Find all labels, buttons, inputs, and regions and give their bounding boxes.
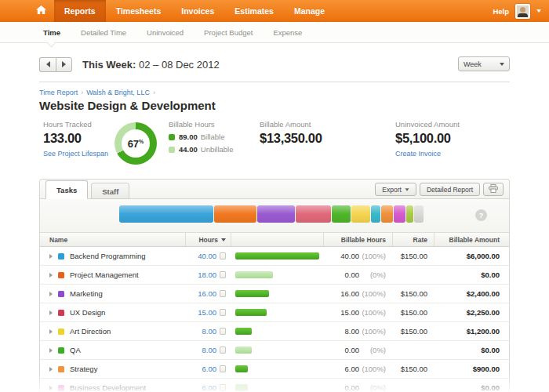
hours-link[interactable]: 6.00 <box>202 383 217 392</box>
subnav-item-uninvoiced[interactable]: Uninvoiced <box>147 28 184 37</box>
next-week-button[interactable] <box>56 57 72 72</box>
task-name: Business Development <box>70 383 146 392</box>
hours-link[interactable]: 40.00 <box>198 252 216 260</box>
billable-hours-label: Billable Hours <box>169 120 234 129</box>
breadcrumb-time-report[interactable]: Time Report <box>39 89 78 96</box>
billable-hours-cell: 15.00(100%) <box>323 303 392 321</box>
expand-caret-icon[interactable] <box>49 254 53 259</box>
subnav-item-time[interactable]: Time <box>43 28 60 37</box>
bar-segment-backend-programming[interactable] <box>119 205 213 223</box>
bar-segment-marketing[interactable] <box>257 205 295 223</box>
rate-cell: $150.00 <box>392 247 434 265</box>
billable-hours-value: 0.00 <box>345 383 360 392</box>
legend-row: 44.00Unbillable <box>169 145 234 154</box>
hours-bar-cell <box>231 341 323 359</box>
subnav-items: TimeDetailed TimeUninvoicedProject Budge… <box>43 28 322 37</box>
hours-bar <box>235 384 248 391</box>
uninvoiced-amount-value: $5,100.00 <box>395 131 460 146</box>
billable-percent: (0%) <box>359 346 386 354</box>
hours-bar-cell <box>231 360 323 378</box>
expand-caret-icon[interactable] <box>49 310 53 315</box>
timeframe-dropdown[interactable]: Week <box>458 56 510 71</box>
expand-caret-icon[interactable] <box>49 386 53 390</box>
subnav-item-project-budget[interactable]: Project Budget <box>204 28 253 37</box>
bar-segment-other-2[interactable] <box>406 205 413 223</box>
bar-segment-business-development[interactable] <box>394 205 405 223</box>
top-nav-item-reports[interactable]: Reports <box>54 0 106 22</box>
expand-caret-icon[interactable] <box>49 273 53 278</box>
hours-cell: 18.00 <box>185 266 231 284</box>
bar-segment-other-1[interactable] <box>371 205 380 223</box>
column-header-name[interactable]: Name <box>40 233 185 246</box>
hours-link[interactable]: 6.00 <box>202 365 217 373</box>
previous-week-button[interactable] <box>39 57 56 72</box>
task-name: Project Management <box>70 270 139 279</box>
rate-cell: $150.00 <box>392 303 434 321</box>
bar-segment-other-3[interactable] <box>414 205 424 223</box>
billable-percent: (100%) <box>359 308 386 317</box>
export-button[interactable]: Export <box>375 183 416 196</box>
task-color-swatch <box>58 366 64 372</box>
hours-bar-cell <box>231 285 323 303</box>
column-header-bar <box>231 233 323 246</box>
subnav-item-detailed-time[interactable]: Detailed Time <box>81 28 126 37</box>
note-icon <box>220 309 226 316</box>
note-icon <box>220 347 226 354</box>
hours-link[interactable]: 16.00 <box>198 289 216 298</box>
legend-swatch <box>169 147 175 153</box>
see-project-lifespan-link[interactable]: See Project Lifespan <box>43 150 108 158</box>
bar-segment-qa[interactable] <box>332 205 351 223</box>
hours-tracked-value: 133.00 <box>43 131 108 146</box>
hours-bar <box>235 290 269 297</box>
billable-percent: (100%) <box>359 289 386 298</box>
help-link[interactable]: Help <box>493 7 509 16</box>
hours-link[interactable]: 8.00 <box>202 327 217 336</box>
column-header-rate[interactable]: Rate <box>392 233 434 246</box>
help-icon[interactable]: ? <box>475 209 487 221</box>
print-button[interactable] <box>483 183 504 196</box>
tab-staff[interactable]: Staff <box>91 183 129 199</box>
hours-cell: 40.00 <box>185 247 231 265</box>
hours-tracked-block: Hours Tracked 133.00 See Project Lifespa… <box>43 120 108 158</box>
column-header-billable-hours[interactable]: Billable Hours <box>323 233 392 246</box>
hours-bar <box>235 328 252 335</box>
task-color-swatch <box>58 347 64 354</box>
billable-hours-cell: 8.00(100%) <box>323 322 392 340</box>
column-header-hours[interactable]: Hours <box>185 233 231 246</box>
hours-link[interactable]: 18.00 <box>198 270 216 279</box>
table-body: Backend Programming40.0040.00(100%)$150.… <box>40 247 509 392</box>
create-invoice-link[interactable]: Create Invoice <box>395 150 460 158</box>
column-header-billable-amount[interactable]: Billable Amount <box>434 233 509 246</box>
expand-caret-icon[interactable] <box>49 292 53 296</box>
subnav-item-expense[interactable]: Expense <box>273 28 302 37</box>
top-nav-item-timesheets[interactable]: Timesheets <box>106 0 172 22</box>
expand-caret-icon[interactable] <box>49 329 53 334</box>
tab-tasks[interactable]: Tasks <box>45 180 88 199</box>
legend-value: 89.00 <box>179 132 198 141</box>
right-arrow-icon <box>62 61 66 67</box>
bar-segment-ux-design[interactable] <box>296 205 331 223</box>
table-header: Name Hours Billable Hours Rate Billable … <box>40 232 509 247</box>
table-row: Strategy6.006.00(100%)$150.00$900.00 <box>40 360 509 379</box>
bar-segment-strategy[interactable] <box>381 205 393 223</box>
legend-value: 44.00 <box>179 145 198 154</box>
breadcrumb-client[interactable]: Walsh & Bright, LLC <box>86 89 150 96</box>
account-menu-caret-icon[interactable] <box>536 9 541 13</box>
bar-segment-project-management[interactable] <box>214 205 256 223</box>
expand-caret-icon[interactable] <box>49 367 53 372</box>
bar-segment-art-direction[interactable] <box>351 205 370 223</box>
task-name-cell: UX Design <box>40 303 185 321</box>
billable-amount-value: $13,350.00 <box>260 131 322 146</box>
task-name: Strategy <box>70 365 97 373</box>
top-nav-item-manage[interactable]: Manage <box>284 0 335 22</box>
hours-link[interactable]: 8.00 <box>202 346 217 354</box>
task-color-swatch <box>58 253 64 260</box>
top-nav-item-estimates[interactable]: Estimates <box>224 0 284 22</box>
detailed-report-button[interactable]: Detailed Report <box>420 183 480 196</box>
billable-amount-cell: $900.00 <box>434 360 509 378</box>
expand-caret-icon[interactable] <box>49 348 53 353</box>
hours-link[interactable]: 15.00 <box>198 308 216 317</box>
top-nav-item-invoices[interactable]: Invoices <box>171 0 224 22</box>
home-button[interactable] <box>28 0 54 22</box>
user-avatar[interactable] <box>515 4 530 19</box>
